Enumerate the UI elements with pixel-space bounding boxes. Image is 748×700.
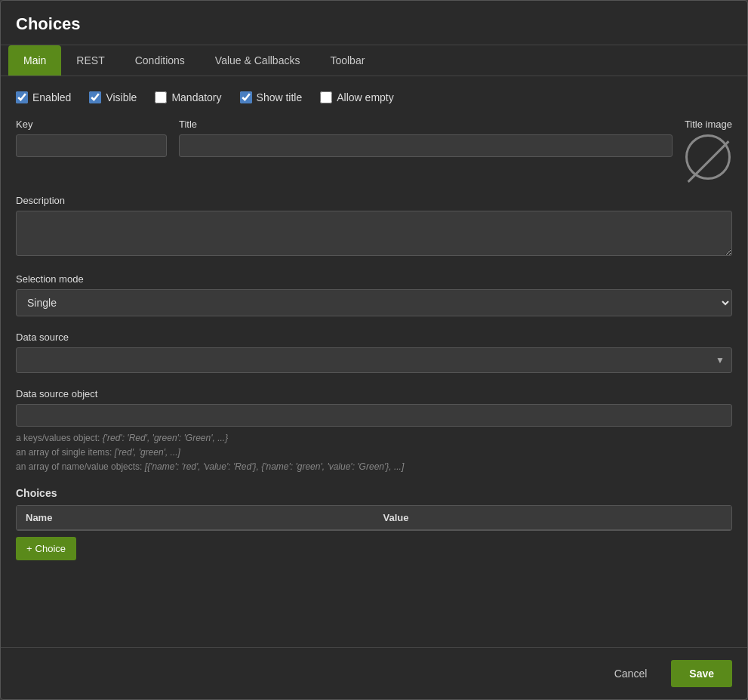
add-choice-label: Choice [35,543,66,554]
choices-section: Choices Name Value + Choice [16,487,732,560]
allow-empty-label: Allow empty [337,91,393,103]
selection-mode-select[interactable]: Single Multiple [16,289,732,316]
show-title-checkbox[interactable] [240,91,252,103]
dialog-title: Choices [16,14,732,34]
description-label: Description [16,195,732,206]
enabled-checkbox-item: Enabled [16,91,71,103]
dialog: Choices Main REST Conditions Value & Cal… [0,0,748,700]
visible-checkbox-item: Visible [89,91,137,103]
data-source-object-input[interactable] [16,404,732,427]
title-image-group: Title image [685,119,732,180]
data-source-select-wrapper [16,347,732,373]
title-image-placeholder[interactable] [685,134,731,180]
description-group: Description [16,195,732,258]
visible-checkbox[interactable] [89,91,101,103]
title-input[interactable]: Choices [179,134,673,157]
hint-line-2: an array of single items: ['red', 'green… [16,447,180,458]
key-input[interactable]: choices [16,134,167,157]
hint-code-3: [{'name': 'red', 'value': 'Red'}, {'name… [145,461,405,472]
hint-code-1: {'red': 'Red', 'green': 'Green', ...} [103,433,228,443]
data-source-object-label: Data source object [16,388,732,399]
data-source-object-group: Data source object a keys/values object:… [16,388,732,475]
enabled-checkbox[interactable] [16,91,28,103]
allow-empty-checkbox[interactable] [320,91,332,103]
main-content: Enabled Visible Mandatory Show title All… [1,76,747,647]
description-textarea[interactable] [16,211,732,256]
save-button[interactable]: Save [671,660,732,687]
mandatory-checkbox[interactable] [155,91,167,103]
add-choice-button[interactable]: + Choice [16,537,76,560]
hint-line-3: an array of name/value objects: [{'name'… [16,461,404,472]
mandatory-checkbox-item: Mandatory [155,91,221,103]
selection-mode-label: Selection mode [16,273,732,285]
tab-conditions[interactable]: Conditions [120,45,200,76]
hint-line-1: a keys/values object: {'red': 'Red', 'gr… [16,433,228,443]
cancel-button[interactable]: Cancel [599,660,663,687]
show-title-label: Show title [257,91,303,103]
key-label: Key [16,119,167,130]
add-choice-icon: + [26,543,32,554]
selection-mode-group: Selection mode Single Multiple [16,273,732,316]
show-title-checkbox-item: Show title [240,91,303,103]
tab-value-callbacks[interactable]: Value & Callbacks [200,45,316,76]
choices-table: Name Value [16,505,732,531]
tabs-bar: Main REST Conditions Value & Callbacks T… [1,45,747,76]
data-source-label: Data source [16,331,732,343]
key-title-row: Key choices Title Choices Title image [16,119,732,180]
hint-text: a keys/values object: {'red': 'Red', 'gr… [16,431,732,475]
enabled-label: Enabled [32,91,71,103]
choices-table-header: Name Value [17,506,731,530]
title-image-label: Title image [685,119,732,130]
col-header-name: Name [17,506,374,529]
title-label: Title [179,119,673,130]
mandatory-label: Mandatory [171,91,221,103]
data-source-group: Data source [16,331,732,373]
dialog-header: Choices [1,1,747,45]
title-field-group: Title Choices [179,119,673,157]
col-header-value: Value [374,506,732,529]
data-source-select[interactable] [16,347,732,373]
visible-label: Visible [106,91,137,103]
dialog-footer: Cancel Save [1,647,747,699]
tab-main[interactable]: Main [8,45,61,76]
checkbox-row: Enabled Visible Mandatory Show title All… [16,91,732,103]
tab-toolbar[interactable]: Toolbar [315,45,380,76]
tab-rest[interactable]: REST [61,45,119,76]
choices-section-title: Choices [16,487,732,499]
key-field-group: Key choices [16,119,167,157]
hint-code-2: ['red', 'green', ...] [115,447,180,458]
allow-empty-checkbox-item: Allow empty [320,91,393,103]
